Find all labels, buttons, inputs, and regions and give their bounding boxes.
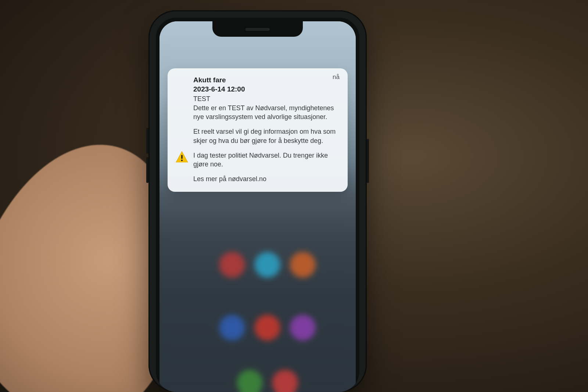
svg-rect-0 xyxy=(181,155,182,159)
notification-title: Akutt fare xyxy=(193,76,340,85)
notification-paragraph: Les mer på nødvarsel.no xyxy=(193,175,340,183)
notification-content: Akutt fare 2023-6-14 12:00 TESTDette er … xyxy=(193,76,340,184)
phone-bezel: nå Akutt fare 2023-6-14 12:00 TESTDet xyxy=(156,18,359,392)
notification-timestamp: nå xyxy=(333,73,340,81)
emergency-alert-notification[interactable]: nå Akutt fare 2023-6-14 12:00 TESTDet xyxy=(168,68,348,192)
display-notch xyxy=(212,21,303,37)
notification-body: TESTDette er en TEST av Nødvarsel, myndi… xyxy=(193,94,340,183)
notification-paragraph: Et reelt varsel vil gi deg informasjon o… xyxy=(193,127,340,145)
volume-up-button[interactable] xyxy=(146,128,148,154)
volume-down-button[interactable] xyxy=(146,157,148,183)
notification-icon-column xyxy=(176,76,188,184)
notification-paragraph: I dag tester politiet Nødvarsel. Du tren… xyxy=(193,151,340,169)
notification-paragraph: TESTDette er en TEST av Nødvarsel, myndi… xyxy=(193,94,340,121)
smartphone-device: nå Akutt fare 2023-6-14 12:00 TESTDet xyxy=(148,10,367,392)
power-button[interactable] xyxy=(367,139,369,183)
notification-datetime: 2023-6-14 12:00 xyxy=(193,85,340,94)
warning-triangle-icon xyxy=(176,151,188,162)
phone-screen[interactable]: nå Akutt fare 2023-6-14 12:00 TESTDet xyxy=(159,21,356,392)
svg-point-1 xyxy=(181,159,183,161)
